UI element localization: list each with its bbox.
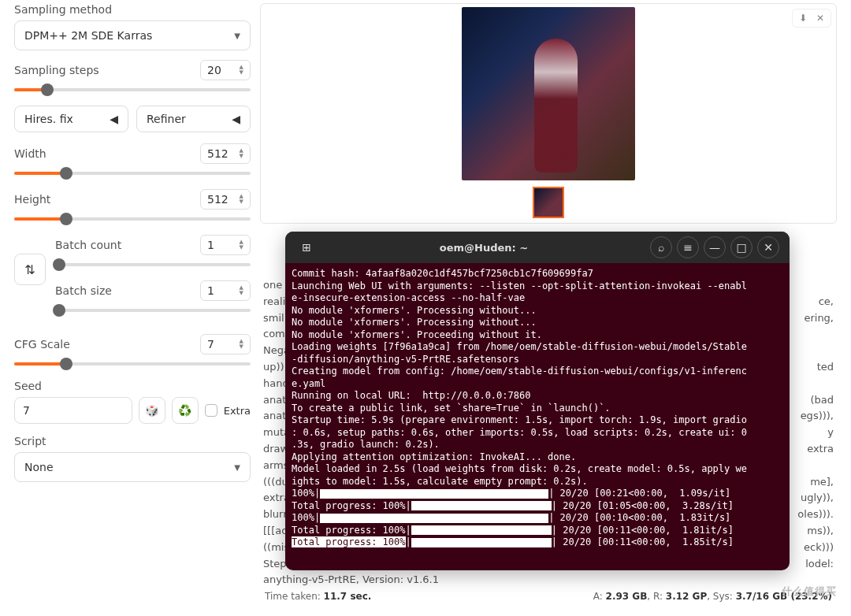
cfg-scale-input[interactable]: 7▲▼ — [200, 334, 251, 354]
search-icon[interactable]: ⌕ — [650, 236, 672, 258]
stepper-icon[interactable]: ▲▼ — [240, 65, 243, 76]
width-slider[interactable] — [14, 167, 251, 180]
recycle-icon: ♻️ — [178, 404, 191, 417]
cfg-scale-slider[interactable] — [14, 358, 251, 370]
refiner-toggle[interactable]: Refiner ◀ — [136, 106, 251, 132]
stepper-icon[interactable]: ▲▼ — [240, 285, 243, 296]
terminal-window[interactable]: ⊞ oem@Huden: ~ ⌕ ≡ — □ ✕ Commit hash: 4a… — [285, 232, 790, 570]
script-label: Script — [14, 435, 251, 447]
sampling-steps-slider[interactable] — [14, 83, 251, 96]
batch-size-slider[interactable] — [55, 304, 251, 317]
close-icon[interactable]: ✕ — [813, 13, 827, 24]
download-icon[interactable]: ⬇ — [796, 13, 810, 24]
seed-input[interactable]: 7 — [14, 397, 132, 424]
hires-fix-toggle[interactable]: Hires. fix ◀ — [14, 106, 128, 132]
terminal-title: oem@Huden: ~ — [320, 242, 648, 254]
batch-count-label: Batch count — [55, 239, 121, 251]
sampling-method-value: DPM++ 2M SDE Karras — [24, 29, 152, 42]
batch-count-slider[interactable] — [55, 258, 251, 271]
footer-stats: Time taken: 11.7 sec. A: 2.93 GB, R: 3.1… — [260, 591, 837, 602]
thumbnail-image[interactable] — [533, 187, 564, 218]
dice-icon: 🎲 — [145, 404, 158, 417]
generated-image[interactable] — [462, 7, 635, 180]
reuse-seed-button[interactable]: ♻️ — [172, 397, 199, 424]
sampling-steps-label: Sampling steps — [14, 64, 99, 76]
batch-size-label: Batch size — [55, 284, 112, 297]
triangle-left-icon: ◀ — [110, 113, 118, 125]
script-select[interactable]: None ▼ — [14, 452, 251, 482]
batch-size-input[interactable]: 1▲▼ — [200, 280, 251, 301]
height-input[interactable]: 512▲▼ — [200, 189, 251, 210]
terminal-titlebar[interactable]: ⊞ oem@Huden: ~ ⌕ ≡ — □ ✕ — [285, 232, 790, 263]
preview-panel: ⬇ ✕ — [260, 3, 837, 224]
menu-icon[interactable]: ≡ — [677, 236, 699, 258]
chevron-down-icon: ▼ — [234, 463, 240, 472]
sampling-method-label: Sampling method — [14, 3, 251, 16]
height-label: Height — [14, 193, 50, 206]
width-input[interactable]: 512▲▼ — [200, 143, 251, 164]
stepper-icon[interactable]: ▲▼ — [240, 194, 243, 205]
sampling-method-select[interactable]: DPM++ 2M SDE Karras ▼ — [14, 20, 251, 50]
stepper-icon[interactable]: ▲▼ — [240, 148, 243, 159]
terminal-output[interactable]: Commit hash: 4afaaf8a020c1df457bcf7250cb… — [285, 263, 790, 570]
extra-label: Extra — [224, 405, 251, 417]
swap-dimensions-button[interactable]: ⇅ — [14, 254, 46, 285]
batch-count-input[interactable]: 1▲▼ — [200, 235, 251, 255]
extra-checkbox[interactable] — [205, 404, 217, 417]
cfg-scale-label: CFG Scale — [14, 338, 70, 351]
maximize-icon[interactable]: □ — [730, 236, 753, 258]
minimize-icon[interactable]: — — [704, 236, 726, 258]
stepper-icon[interactable]: ▲▼ — [240, 239, 243, 250]
width-label: Width — [14, 147, 46, 160]
watermark: 什么值得买 — [782, 584, 837, 599]
new-tab-icon[interactable]: ⊞ — [295, 236, 318, 258]
triangle-left-icon: ◀ — [232, 113, 240, 125]
stepper-icon[interactable]: ▲▼ — [240, 339, 243, 350]
chevron-down-icon: ▼ — [234, 32, 240, 40]
sampling-steps-input[interactable]: 20 ▲▼ — [200, 60, 251, 80]
close-icon[interactable]: ✕ — [757, 236, 779, 258]
height-slider[interactable] — [14, 213, 251, 225]
seed-label: Seed — [14, 380, 251, 392]
random-seed-button[interactable]: 🎲 — [139, 397, 165, 424]
